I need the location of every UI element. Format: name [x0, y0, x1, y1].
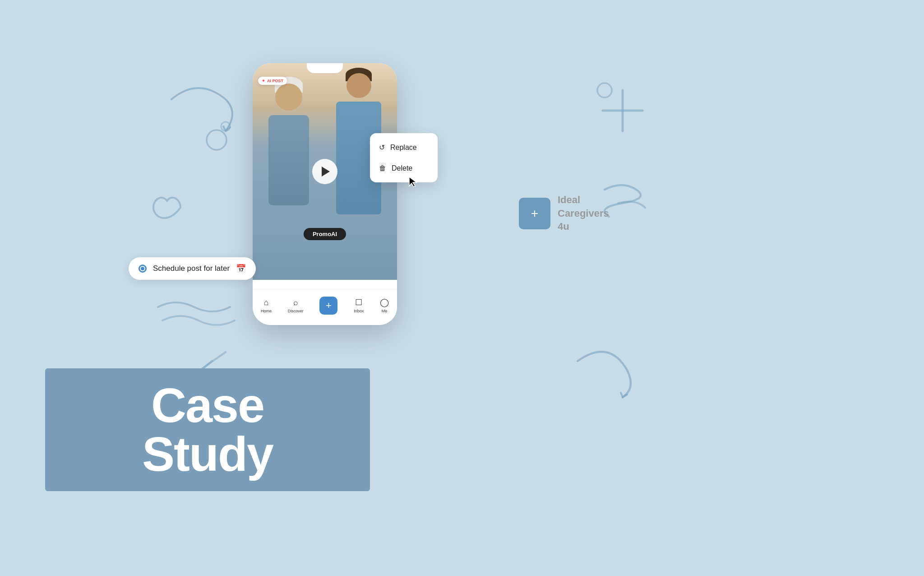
context-menu: ↺ Replace 🗑 Delete — [370, 133, 438, 182]
nav-me[interactable]: ◯ Me — [380, 297, 389, 313]
head-elderly — [275, 84, 302, 111]
delete-icon: 🗑 — [379, 164, 386, 172]
nav-home-label: Home — [261, 309, 272, 313]
phone-navigation: ⌂ Home ⌕ Discover + ☐ Inbox ◯ Me — [253, 289, 397, 325]
schedule-text: Schedule post for later — [153, 264, 230, 273]
schedule-radio-icon — [139, 265, 147, 273]
ai-star-icon: ✦ — [262, 79, 265, 83]
brand-name: IdealCaregivers4u — [558, 193, 609, 233]
promo-label: PromoAI — [304, 228, 346, 240]
nav-me-label: Me — [382, 309, 388, 313]
ai-post-badge: ✦ AI POST — [258, 77, 287, 85]
case-study-text: Case Study — [81, 381, 334, 478]
nav-inbox-label: Inbox — [354, 309, 364, 313]
phone-notch — [307, 63, 343, 73]
phone-mockup: ✦ AI POST PromoAI ⌂ Home ⌕ Discover + — [253, 63, 397, 325]
nav-home[interactable]: ⌂ Home — [261, 298, 272, 313]
user-icon: ◯ — [380, 297, 389, 307]
create-plus-icon: + — [319, 297, 337, 315]
svg-point-4 — [597, 83, 612, 98]
home-icon: ⌂ — [263, 298, 268, 307]
brand-logo-section: + IdealCaregivers4u — [519, 193, 825, 233]
calendar-icon: 📅 — [236, 264, 246, 274]
case-study-banner: Case Study — [45, 368, 370, 491]
search-icon: ⌕ — [293, 298, 298, 307]
ai-post-label: AI POST — [267, 79, 283, 83]
figure-elderly — [259, 77, 318, 235]
svg-point-0 — [207, 130, 226, 150]
brand-icon: + — [519, 198, 550, 229]
inbox-icon: ☐ — [355, 297, 362, 307]
svg-point-1 — [221, 122, 230, 131]
replace-icon: ↺ — [379, 143, 385, 152]
brand-plus-icon: + — [531, 206, 538, 221]
nav-inbox[interactable]: ☐ Inbox — [354, 297, 364, 313]
schedule-pill[interactable]: Schedule post for later 📅 — [129, 257, 256, 280]
play-triangle-icon — [322, 167, 330, 177]
nav-discover[interactable]: ⌕ Discover — [288, 298, 304, 313]
delete-menu-item[interactable]: 🗑 Delete — [370, 158, 438, 179]
replace-menu-item[interactable]: ↺ Replace — [370, 137, 438, 158]
phone-frame: ✦ AI POST PromoAI ⌂ Home ⌕ Discover + — [253, 63, 397, 325]
delete-label: Delete — [392, 164, 412, 172]
head-caregiver — [346, 73, 371, 98]
nav-discover-label: Discover — [288, 309, 304, 313]
replace-label: Replace — [390, 144, 417, 152]
nav-create[interactable]: + — [319, 297, 337, 315]
play-button[interactable] — [312, 159, 337, 184]
body-elderly — [268, 115, 309, 205]
